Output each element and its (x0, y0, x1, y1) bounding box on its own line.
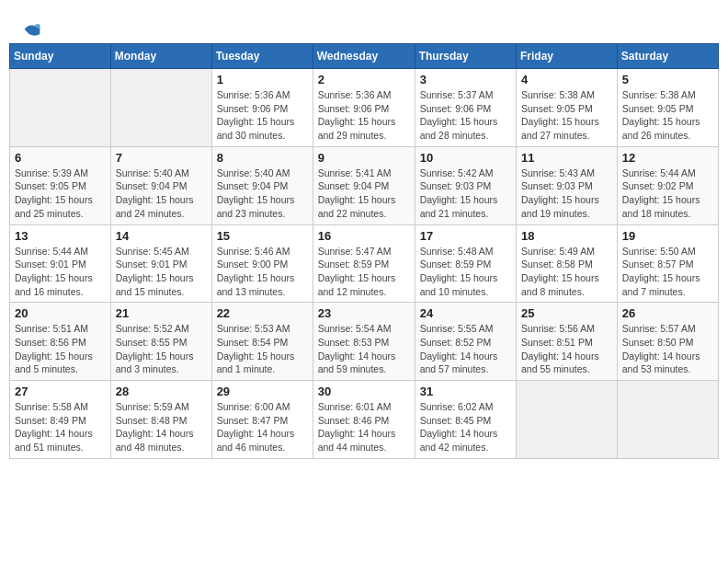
day-info: Sunrise: 5:57 AM Sunset: 8:50 PM Dayligh… (622, 322, 713, 376)
day-info: Sunrise: 5:42 AM Sunset: 9:03 PM Dayligh… (420, 167, 511, 221)
day-number: 11 (521, 151, 612, 165)
calendar-body: 1Sunrise: 5:36 AM Sunset: 9:06 PM Daylig… (10, 69, 719, 459)
day-info: Sunrise: 5:40 AM Sunset: 9:04 PM Dayligh… (217, 167, 308, 221)
calendar-cell: 8Sunrise: 5:40 AM Sunset: 9:04 PM Daylig… (211, 146, 313, 224)
weekday-header-friday: Friday (517, 44, 618, 69)
day-info: Sunrise: 5:49 AM Sunset: 8:58 PM Dayligh… (521, 245, 612, 299)
calendar-week-1: 1Sunrise: 5:36 AM Sunset: 9:06 PM Daylig… (10, 69, 719, 147)
day-info: Sunrise: 6:01 AM Sunset: 8:46 PM Dayligh… (318, 400, 410, 454)
day-number: 19 (622, 229, 713, 243)
weekday-header-tuesday: Tuesday (211, 44, 313, 69)
day-info: Sunrise: 5:53 AM Sunset: 8:54 PM Dayligh… (217, 322, 308, 376)
calendar-cell: 12Sunrise: 5:44 AM Sunset: 9:02 PM Dayli… (617, 146, 718, 224)
day-info: Sunrise: 5:51 AM Sunset: 8:56 PM Dayligh… (15, 322, 106, 376)
day-info: Sunrise: 5:50 AM Sunset: 8:57 PM Dayligh… (622, 245, 713, 299)
calendar-cell (517, 381, 618, 459)
calendar-cell: 6Sunrise: 5:39 AM Sunset: 9:05 PM Daylig… (10, 146, 111, 224)
calendar-cell (10, 69, 111, 147)
weekday-header-sunday: Sunday (10, 44, 111, 69)
calendar-week-4: 20Sunrise: 5:51 AM Sunset: 8:56 PM Dayli… (10, 303, 719, 381)
calendar-cell: 7Sunrise: 5:40 AM Sunset: 9:04 PM Daylig… (110, 146, 211, 224)
calendar-cell: 20Sunrise: 5:51 AM Sunset: 8:56 PM Dayli… (10, 303, 111, 381)
calendar-cell: 14Sunrise: 5:45 AM Sunset: 9:01 PM Dayli… (110, 224, 211, 303)
calendar-week-2: 6Sunrise: 5:39 AM Sunset: 9:05 PM Daylig… (10, 146, 719, 224)
day-number: 13 (15, 229, 106, 243)
day-info: Sunrise: 5:52 AM Sunset: 8:55 PM Dayligh… (116, 322, 207, 376)
day-number: 6 (15, 151, 106, 165)
day-info: Sunrise: 5:44 AM Sunset: 9:02 PM Dayligh… (622, 167, 713, 221)
weekday-header-saturday: Saturday (617, 44, 718, 69)
day-number: 24 (420, 306, 511, 320)
calendar-cell: 9Sunrise: 5:41 AM Sunset: 9:04 PM Daylig… (313, 146, 415, 224)
calendar-cell (617, 381, 718, 459)
calendar-cell: 5Sunrise: 5:38 AM Sunset: 9:05 PM Daylig… (617, 69, 718, 147)
day-info: Sunrise: 5:59 AM Sunset: 8:48 PM Dayligh… (116, 400, 207, 454)
day-number: 29 (217, 385, 308, 398)
day-number: 27 (15, 385, 106, 398)
header (9, 9, 719, 43)
day-info: Sunrise: 5:45 AM Sunset: 9:01 PM Dayligh… (116, 245, 207, 299)
day-number: 26 (622, 306, 713, 320)
calendar-header: SundayMondayTuesdayWednesdayThursdayFrid… (10, 44, 719, 69)
calendar-cell: 1Sunrise: 5:36 AM Sunset: 9:06 PM Daylig… (211, 69, 313, 147)
logo (23, 18, 45, 39)
calendar-cell: 2Sunrise: 5:36 AM Sunset: 9:06 PM Daylig… (313, 69, 415, 147)
calendar-cell: 10Sunrise: 5:42 AM Sunset: 9:03 PM Dayli… (415, 146, 516, 224)
calendar-cell: 31Sunrise: 6:02 AM Sunset: 8:45 PM Dayli… (415, 381, 516, 459)
day-info: Sunrise: 5:37 AM Sunset: 9:06 PM Dayligh… (420, 88, 511, 143)
calendar-cell: 15Sunrise: 5:46 AM Sunset: 9:00 PM Dayli… (211, 224, 313, 303)
day-number: 3 (420, 73, 511, 86)
day-info: Sunrise: 5:48 AM Sunset: 8:59 PM Dayligh… (420, 245, 511, 299)
day-info: Sunrise: 5:38 AM Sunset: 9:05 PM Dayligh… (521, 88, 612, 143)
calendar-cell: 3Sunrise: 5:37 AM Sunset: 9:06 PM Daylig… (415, 69, 516, 147)
weekday-header-row: SundayMondayTuesdayWednesdayThursdayFrid… (10, 44, 719, 69)
day-number: 9 (318, 151, 410, 165)
day-number: 21 (116, 306, 207, 320)
calendar-cell: 26Sunrise: 5:57 AM Sunset: 8:50 PM Dayli… (617, 303, 718, 381)
day-info: Sunrise: 5:44 AM Sunset: 9:01 PM Dayligh… (15, 245, 106, 299)
day-number: 7 (116, 151, 207, 165)
day-number: 4 (521, 73, 612, 86)
day-info: Sunrise: 5:36 AM Sunset: 9:06 PM Dayligh… (217, 88, 308, 143)
calendar-table: SundayMondayTuesdayWednesdayThursdayFrid… (9, 43, 719, 459)
calendar-cell: 24Sunrise: 5:55 AM Sunset: 8:52 PM Dayli… (415, 303, 516, 381)
day-number: 1 (217, 73, 308, 86)
calendar-cell: 19Sunrise: 5:50 AM Sunset: 8:57 PM Dayli… (617, 224, 718, 303)
weekday-header-wednesday: Wednesday (313, 44, 415, 69)
day-number: 30 (318, 385, 410, 398)
day-number: 31 (420, 385, 511, 398)
logo-icon (23, 20, 41, 39)
day-info: Sunrise: 5:36 AM Sunset: 9:06 PM Dayligh… (318, 88, 410, 143)
calendar-cell: 18Sunrise: 5:49 AM Sunset: 8:58 PM Dayli… (517, 224, 618, 303)
day-info: Sunrise: 5:38 AM Sunset: 9:05 PM Dayligh… (622, 88, 713, 143)
day-info: Sunrise: 5:54 AM Sunset: 8:53 PM Dayligh… (318, 322, 410, 376)
day-number: 2 (318, 73, 410, 86)
calendar-cell: 25Sunrise: 5:56 AM Sunset: 8:51 PM Dayli… (517, 303, 618, 381)
day-number: 15 (217, 229, 308, 243)
day-number: 8 (217, 151, 308, 165)
day-number: 5 (622, 73, 713, 86)
day-number: 28 (116, 385, 207, 398)
day-number: 23 (318, 306, 410, 320)
day-info: Sunrise: 5:41 AM Sunset: 9:04 PM Dayligh… (318, 167, 410, 221)
day-number: 25 (521, 306, 612, 320)
calendar-cell: 30Sunrise: 6:01 AM Sunset: 8:46 PM Dayli… (313, 381, 415, 459)
calendar-week-3: 13Sunrise: 5:44 AM Sunset: 9:01 PM Dayli… (10, 224, 719, 303)
calendar-cell: 16Sunrise: 5:47 AM Sunset: 8:59 PM Dayli… (313, 224, 415, 303)
calendar-cell: 28Sunrise: 5:59 AM Sunset: 8:48 PM Dayli… (110, 381, 211, 459)
day-info: Sunrise: 5:58 AM Sunset: 8:49 PM Dayligh… (15, 400, 106, 454)
day-info: Sunrise: 5:46 AM Sunset: 9:00 PM Dayligh… (217, 245, 308, 299)
calendar-cell: 17Sunrise: 5:48 AM Sunset: 8:59 PM Dayli… (415, 224, 516, 303)
calendar-cell: 21Sunrise: 5:52 AM Sunset: 8:55 PM Dayli… (110, 303, 211, 381)
day-info: Sunrise: 5:43 AM Sunset: 9:03 PM Dayligh… (521, 167, 612, 221)
day-number: 18 (521, 229, 612, 243)
calendar-cell: 13Sunrise: 5:44 AM Sunset: 9:01 PM Dayli… (10, 224, 111, 303)
calendar-cell: 27Sunrise: 5:58 AM Sunset: 8:49 PM Dayli… (10, 381, 111, 459)
day-number: 17 (420, 229, 511, 243)
calendar-cell: 22Sunrise: 5:53 AM Sunset: 8:54 PM Dayli… (211, 303, 313, 381)
day-number: 20 (15, 306, 106, 320)
calendar-cell: 29Sunrise: 6:00 AM Sunset: 8:47 PM Dayli… (211, 381, 313, 459)
weekday-header-monday: Monday (110, 44, 211, 69)
day-number: 14 (116, 229, 207, 243)
day-number: 16 (318, 229, 410, 243)
